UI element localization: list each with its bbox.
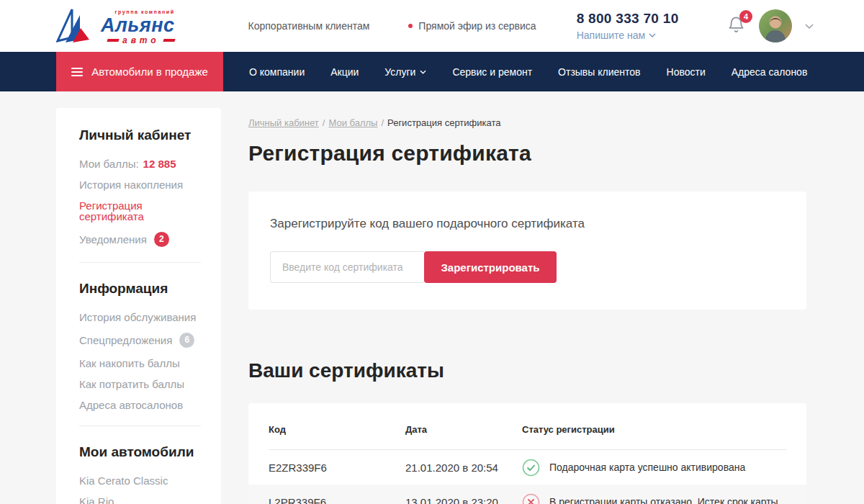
nav-item-service-repair[interactable]: Сервис и ремонт [452,66,532,78]
column-header-code: Код [269,424,405,435]
table-row: E2ZR339F6 21.01.2020 в 20:54 Подарочная … [248,450,806,485]
sidebar-item-my-points[interactable]: Мои баллы: 12 885 [79,158,201,169]
notifications-bell-button[interactable]: 4 [726,15,746,37]
top-header: группа компаний Альянс авто Корпоративны… [0,0,864,52]
notifications-count-badge: 4 [739,10,752,23]
certificates-heading: Ваши сертификаты [248,359,806,382]
table-row: L2PR339F6 13.01.2020 в 23:20 В регистрац… [248,485,806,504]
avatar[interactable] [759,9,792,42]
chevron-down-icon [420,70,426,74]
sidebar-heading-account: Личный кабинет [79,127,201,143]
nav-item-reviews[interactable]: Отзывы клиентов [558,66,640,78]
status-text: В регистрации карты отказано. Истек срок… [549,496,778,504]
sidebar-item-dealer-addresses[interactable]: Адреса автосалонов [79,400,201,410]
nav-links: О компании Акции Услуги Сервис и ремонт … [249,52,807,91]
breadcrumb-account-link[interactable]: Личный кабинет [248,117,319,128]
live-service-label: Прямой эфир из сервиса [418,20,536,32]
logo-mark-icon [56,7,96,45]
breadcrumb-points-link[interactable]: Мои баллы [328,117,377,128]
cert-status: Подарочная карта успешно активирована [522,459,786,477]
logo-sub: авто [101,36,175,45]
breadcrumb: Личный кабинет/Мои баллы/Регистрация сер… [248,117,806,128]
profile-chevron-icon[interactable] [805,24,814,29]
sidebar-item-car-kia-rio[interactable]: Kia Rio [79,496,201,504]
specials-badge: 6 [179,333,194,348]
write-us-label: Напишите нам [577,30,645,41]
sidebar-item-car-kia-cerato[interactable]: Kia Cerato Classic [79,475,201,486]
cert-date: 21.01.2020 в 20:54 [405,462,522,474]
notifications-badge: 2 [154,232,169,247]
nav-item-news[interactable]: Новости [667,66,706,78]
header-right: 4 [726,9,814,42]
x-circle-icon [522,493,540,504]
nav-item-about[interactable]: О компании [249,66,305,78]
cert-status: В регистрации карты отказано. Истек срок… [522,493,786,504]
cert-date: 13.01.2020 в 23:20 [405,496,522,504]
breadcrumb-separator: / [323,117,325,128]
phone-number[interactable]: 8 800 333 70 10 [577,11,679,27]
page-title: Регистрация сертификата [248,141,806,166]
sidebar-heading-my-cars: Мои автомобили [79,444,201,460]
content-area: Личный кабинет Мои баллы: 12 885 История… [0,91,864,504]
main-panel: Личный кабинет/Мои баллы/Регистрация сер… [248,108,806,504]
sidebar-item-service-history[interactable]: История обслуживания [79,312,201,323]
hamburger-icon [71,68,83,76]
nav-item-addresses[interactable]: Адреса салонов [732,66,808,78]
cert-code: E2ZR339F6 [269,462,405,474]
certificates-table-card: Код Дата Статус регистрации E2ZR339F6 21… [248,403,806,504]
cars-for-sale-button[interactable]: Автомобили в продаже [56,52,223,91]
check-circle-icon [522,459,540,477]
table-header-row: Код Дата Статус регистрации [269,418,786,449]
status-text: Подарочная карта успешно активирована [549,462,745,473]
column-header-status: Статус регистрации [522,424,786,435]
sidebar-item-specials[interactable]: Спецпредложения 6 [79,333,201,348]
nav-item-services[interactable]: Услуги [384,66,426,78]
logo-tagline: группа компаний [101,9,175,14]
sidebar-item-accrual-history[interactable]: История накопления [79,179,201,190]
nav-item-services-label: Услуги [384,66,415,78]
form-label: Зарегистрируйте код вашего подарочного с… [270,217,785,231]
register-button[interactable]: Зарегистрировать [424,251,557,283]
live-service-link[interactable]: Прямой эфир из сервиса [408,20,536,32]
logo-bar-left [107,39,119,42]
sidebar-divider [79,426,201,426]
certificate-code-input[interactable] [270,251,424,283]
cert-code: L2PR339F6 [269,496,405,504]
points-label: Мои баллы: [79,158,139,169]
sidebar-item-notifications[interactable]: Уведомления 2 [79,232,201,247]
nav-item-promotions[interactable]: Акции [330,66,359,78]
chevron-down-icon [649,33,656,37]
sidebar-heading-info: Информация [79,281,201,297]
logo[interactable]: группа компаний Альянс авто [56,7,175,45]
specials-label: Спецпредложения [79,335,172,346]
form-row: Зарегистрировать [270,251,785,283]
sidebar-item-cert-registration[interactable]: Регистрация сертификата [79,200,201,222]
column-header-date: Дата [405,424,522,435]
sidebar-divider [79,262,201,263]
main-navbar: Автомобили в продаже О компании Акции Ус… [0,52,864,91]
logo-text: группа компаний Альянс авто [101,9,175,45]
sidebar-item-earn-points[interactable]: Как накопить баллы [79,358,201,369]
breadcrumb-current: Регистрация сертификата [387,117,500,128]
corporate-clients-link[interactable]: Корпоративным клиентам [248,20,370,32]
phone-block: 8 800 333 70 10 Напишите нам [577,11,679,41]
red-dot-icon [408,24,413,28]
avatar-image [759,9,792,42]
sidebar-item-spend-points[interactable]: Как потратить баллы [79,379,201,390]
logo-sub-text: авто [122,36,160,45]
cars-for-sale-label: Автомобили в продаже [91,66,208,78]
breadcrumb-separator: / [381,117,384,128]
logo-name: Альянс [101,16,175,35]
notifications-label: Уведомления [79,234,147,245]
sidebar: Личный кабинет Мои баллы: 12 885 История… [56,108,221,504]
points-value: 12 885 [143,158,176,169]
write-us-link[interactable]: Напишите нам [577,30,679,41]
logo-bar-right [163,39,175,42]
certificate-form-card: Зарегистрируйте код вашего подарочного с… [248,192,806,310]
